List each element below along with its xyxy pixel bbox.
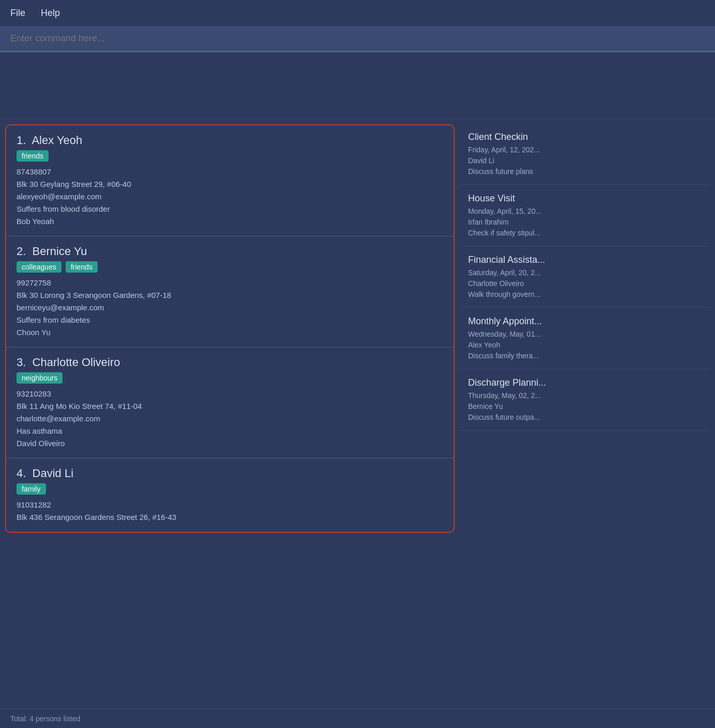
command-bar <box>0 26 715 52</box>
contact-detail-4: 91031282 Blk 436 Serangoon Gardens Stree… <box>17 499 443 524</box>
contact-detail-3: 93210283 Blk 11 Ang Mo Kio Street 74, #1… <box>17 388 443 450</box>
contacts-panel: 1. Alex Yeoh friends 87438807 Blk 30 Gey… <box>5 124 455 533</box>
contact-card-4[interactable]: 4. David Li family 91031282 Blk 436 Sera… <box>6 458 454 532</box>
menu-bar: File Help <box>0 0 715 26</box>
appointment-card-2[interactable]: House Visit Monday, April, 15, 20... Irf… <box>460 186 710 246</box>
appointment-card-3[interactable]: Financial Assista... Saturday, April, 20… <box>460 247 710 308</box>
menu-file[interactable]: File <box>10 8 25 19</box>
status-text: Total: 4 persons listed <box>10 715 80 723</box>
contact-name-1: 1. Alex Yeoh <box>17 134 443 147</box>
contact-tag-friends-2: friends <box>66 261 98 273</box>
command-input[interactable] <box>10 33 705 44</box>
appointment-title-3: Financial Assista... <box>468 255 702 265</box>
status-bar: Total: 4 persons listed <box>0 709 715 728</box>
main-content: 1. Alex Yeoh friends 87438807 Blk 30 Gey… <box>0 119 715 538</box>
appointment-title-4: Monthly Appoint... <box>468 316 702 327</box>
contact-name-2: 2. Bernice Yu <box>17 245 443 258</box>
contact-tags-4: family <box>17 483 443 495</box>
appointment-detail-1: Friday, April, 12, 202... David Li Discu… <box>468 145 702 177</box>
appointment-detail-5: Thursday, May, 02, 2... Bernice Yu Discu… <box>468 390 702 423</box>
contact-detail-1: 87438807 Blk 30 Geylang Street 29, #06-4… <box>17 166 443 228</box>
appointment-detail-3: Saturday, April, 20, 2... Charlotte Oliv… <box>468 267 702 300</box>
appointment-card-5[interactable]: Discharge Planni... Thursday, May, 02, 2… <box>460 370 710 431</box>
contact-tag-neighbours: neighbours <box>17 372 63 384</box>
contact-name-3: 3. Charlotte Oliveiro <box>17 356 443 369</box>
appointment-title-1: Client Checkin <box>468 132 702 143</box>
appointment-detail-2: Monday, April, 15, 20... Irfan Ibrahim C… <box>468 206 702 239</box>
contact-detail-2: 99272758 Blk 30 Lorong 3 Serangoon Garde… <box>17 277 443 339</box>
empty-area <box>0 52 715 119</box>
contacts-scroll[interactable]: 1. Alex Yeoh friends 87438807 Blk 30 Gey… <box>6 125 454 532</box>
contact-tag-colleagues: colleagues <box>17 261 61 273</box>
contact-card-2[interactable]: 2. Bernice Yu colleagues friends 9927275… <box>6 236 454 347</box>
appointment-card-1[interactable]: Client Checkin Friday, April, 12, 202...… <box>460 124 710 185</box>
appointment-title-5: Discharge Planni... <box>468 377 702 388</box>
contact-card-3[interactable]: 3. Charlotte Oliveiro neighbours 9321028… <box>6 347 454 458</box>
appointments-panel: Client Checkin Friday, April, 12, 202...… <box>460 124 710 533</box>
menu-help[interactable]: Help <box>41 8 60 19</box>
contact-tags-2: colleagues friends <box>17 261 443 273</box>
contact-tags-1: friends <box>17 150 443 162</box>
contact-card-1[interactable]: 1. Alex Yeoh friends 87438807 Blk 30 Gey… <box>6 125 454 236</box>
appointment-detail-4: Wednesday, May, 01... Alex Yeoh Discuss … <box>468 329 702 361</box>
appointment-title-2: House Visit <box>468 193 702 204</box>
contact-name-4: 4. David Li <box>17 467 443 480</box>
contact-tag-family: family <box>17 483 46 495</box>
contact-tags-3: neighbours <box>17 372 443 384</box>
appointment-card-4[interactable]: Monthly Appoint... Wednesday, May, 01...… <box>460 309 710 369</box>
contact-tag-friends: friends <box>17 150 49 162</box>
